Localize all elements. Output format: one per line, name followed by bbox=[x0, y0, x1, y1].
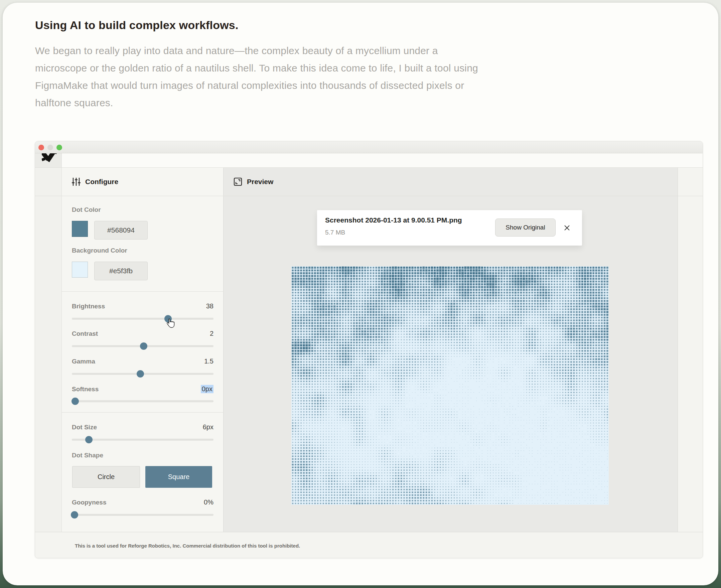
softness-label: Softness bbox=[72, 385, 99, 393]
gamma-label: Gamma bbox=[72, 358, 95, 365]
configure-panel: Dot Color #568094 Background Color #e5f3… bbox=[62, 196, 224, 532]
goopyness-slider-track[interactable] bbox=[72, 514, 213, 516]
softness-slider-group: Softness 0px bbox=[72, 385, 213, 405]
right-gutter bbox=[678, 196, 703, 532]
background-color-input[interactable]: #e5f3fb bbox=[94, 261, 148, 280]
softness-slider-thumb[interactable] bbox=[71, 398, 79, 405]
goopyness-label: Goopyness bbox=[72, 499, 106, 506]
window-footer: This is a tool used for Reforge Robotics… bbox=[35, 532, 703, 558]
footer-disclaimer: This is a tool used for Reforge Robotics… bbox=[75, 543, 300, 548]
dot-size-value: 6px bbox=[203, 423, 213, 431]
panel-content-row: Dot Color #568094 Background Color #e5f3… bbox=[35, 196, 703, 532]
page-card: Using AI to build complex workflows. We … bbox=[3, 3, 718, 585]
brightness-label: Brightness bbox=[72, 303, 105, 310]
file-size: 5.7 MB bbox=[325, 229, 345, 236]
dot-size-slider-group: Dot Size 6px bbox=[72, 423, 213, 444]
article-title: Using AI to build complex workflows. bbox=[35, 19, 238, 32]
dot-size-slider-thumb[interactable] bbox=[85, 436, 92, 443]
gamma-slider-track[interactable] bbox=[72, 373, 213, 375]
background-color-label: Background Color bbox=[72, 247, 127, 254]
preview-header: Preview bbox=[224, 168, 678, 196]
left-gutter bbox=[35, 196, 62, 532]
left-gutter-header bbox=[35, 168, 62, 196]
preview-header-label: Preview bbox=[247, 178, 273, 186]
section-divider bbox=[62, 291, 224, 292]
gamma-value: 1.5 bbox=[204, 357, 213, 365]
app-window: Configure Preview Dot Color bbox=[35, 141, 703, 558]
softness-value: 0px bbox=[201, 385, 213, 393]
dot-shape-label: Dot Shape bbox=[72, 452, 103, 459]
logo-cell bbox=[35, 153, 62, 167]
halftone-preview-image bbox=[291, 266, 609, 505]
dot-size-label: Dot Size bbox=[72, 424, 97, 431]
contrast-label: Contrast bbox=[72, 330, 98, 337]
right-gutter-header bbox=[678, 168, 703, 196]
brightness-slider-group: Brightness 38 bbox=[72, 302, 213, 323]
configure-header-label: Configure bbox=[85, 178, 118, 186]
configure-header: Configure bbox=[62, 168, 224, 196]
dot-color-swatch[interactable] bbox=[72, 221, 88, 237]
dot-shape-circle-button[interactable]: Circle bbox=[72, 466, 140, 488]
expand-icon bbox=[234, 177, 242, 186]
uploaded-file-card: Screenshot 2026-01-13 at 9.00.51 PM.png … bbox=[317, 210, 582, 246]
close-icon bbox=[564, 225, 570, 231]
contrast-slider-group: Contrast 2 bbox=[72, 330, 213, 351]
sliders-icon bbox=[72, 177, 81, 186]
hand-cursor bbox=[166, 318, 175, 329]
remove-file-button[interactable] bbox=[561, 222, 573, 233]
show-original-button[interactable]: Show Original bbox=[495, 218, 556, 236]
close-window-button[interactable] bbox=[38, 145, 44, 150]
section-divider bbox=[62, 412, 224, 413]
softness-slider-track[interactable] bbox=[72, 400, 213, 402]
file-name: Screenshot 2026-01-13 at 9.00.51 PM.png bbox=[325, 216, 462, 224]
goopyness-value: 0% bbox=[204, 499, 213, 506]
dot-color-input[interactable]: #568094 bbox=[94, 221, 148, 239]
app-logo-icon bbox=[42, 153, 57, 167]
dot-size-slider-track[interactable] bbox=[72, 439, 213, 441]
preview-panel: Screenshot 2026-01-13 at 9.00.51 PM.png … bbox=[224, 196, 678, 532]
gamma-slider-group: Gamma 1.5 bbox=[72, 357, 213, 378]
zoom-window-button[interactable] bbox=[57, 145, 62, 150]
dot-shape-square-button[interactable]: Square bbox=[145, 466, 212, 488]
article-body: We began to really play into data and na… bbox=[35, 42, 536, 111]
panel-header-row: Configure Preview bbox=[35, 167, 703, 196]
gamma-slider-thumb[interactable] bbox=[137, 370, 144, 378]
app-toolbar bbox=[35, 153, 703, 167]
dot-color-label: Dot Color bbox=[72, 206, 101, 213]
goopyness-slider-group: Goopyness 0% bbox=[72, 499, 213, 519]
minimize-window-button[interactable] bbox=[47, 145, 53, 150]
contrast-slider-thumb[interactable] bbox=[140, 342, 147, 350]
brightness-slider-track[interactable] bbox=[72, 318, 213, 320]
contrast-slider-track[interactable] bbox=[72, 345, 213, 347]
window-titlebar bbox=[35, 141, 703, 153]
goopyness-slider-thumb[interactable] bbox=[71, 511, 78, 519]
brightness-value: 38 bbox=[206, 302, 213, 310]
contrast-value: 2 bbox=[210, 330, 213, 337]
background-color-swatch[interactable] bbox=[72, 261, 88, 278]
